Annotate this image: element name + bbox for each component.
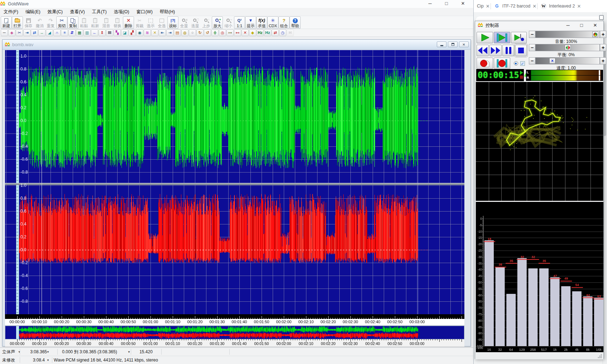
play-from-marker-button[interactable]: [511, 32, 527, 43]
toolbar-button-zoom-in[interactable]: +放大: [212, 16, 223, 29]
resize-grip[interactable]: [598, 354, 602, 358]
speed-plus-button[interactable]: +: [600, 57, 606, 64]
wave-minimize-button[interactable]: [437, 42, 446, 47]
balance-slider[interactable]: [535, 44, 600, 51]
effect-button-color-diamond[interactable]: ◆: [249, 29, 256, 36]
toolbar-button-paste[interactable]: 粘贴: [78, 16, 90, 29]
effect-button-mixer[interactable]: ▦: [76, 29, 83, 36]
speed-minus-button[interactable]: −: [529, 57, 535, 64]
volume-slider-thumb[interactable]: [592, 31, 598, 37]
toolbar-button-redo[interactable]: ↷重复: [45, 16, 56, 29]
effect-button-parametric-eq[interactable]: ▥: [83, 29, 91, 36]
effect-button-clock[interactable]: ◷: [279, 29, 286, 36]
toolbar-button-set-marker[interactable]: |?|设标: [167, 16, 178, 29]
toolbar-button-copy[interactable]: 复制: [67, 16, 78, 29]
toolbar-button-zoom-selection[interactable]: □选显: [190, 16, 201, 29]
effect-button-target-alert[interactable]: ◎: [219, 29, 226, 36]
effect-button-mechanize[interactable]: ✂: [16, 29, 23, 36]
effect-button-offset[interactable]: ↔: [38, 29, 46, 36]
length-dropdown[interactable]: ▼: [44, 348, 49, 356]
record-new-button[interactable]: [477, 58, 493, 69]
effect-button-rainbow-stack[interactable]: ≋: [144, 29, 151, 36]
toolbar-button-cdx[interactable]: ✳CDX: [267, 16, 278, 29]
effect-button-shift-right[interactable]: ⇥: [166, 29, 173, 36]
controller-minimize-button[interactable]: ─: [561, 21, 575, 30]
record-button[interactable]: [494, 58, 510, 69]
effect-button-equalizer-bars[interactable]: Ⅲ: [106, 29, 113, 36]
wave-close-button[interactable]: ✕: [459, 42, 469, 47]
effect-button-film-strip[interactable]: ▤: [174, 29, 181, 36]
effect-button-hz-play[interactable]: Hz: [257, 29, 264, 36]
toolbar-button-mix[interactable]: 混音: [101, 16, 112, 29]
zoom-dropdown[interactable]: ▼: [44, 356, 49, 364]
toolbar-button-hint[interactable]: ▼提示: [245, 16, 256, 29]
menu-item-1[interactable]: 文件(F): [0, 8, 22, 16]
menu-item-7[interactable]: 窗口(W): [133, 8, 156, 16]
menu-item-3[interactable]: 效果(C): [44, 8, 66, 16]
waveform-display[interactable]: [5, 50, 464, 346]
effect-button-play-to-end[interactable]: ⇥: [23, 29, 30, 36]
balance-minus-button[interactable]: −: [529, 44, 535, 51]
minimize-button[interactable]: ─: [422, 0, 438, 8]
tab-close-icon[interactable]: ✕: [577, 4, 581, 9]
toolbar-button-zoom-out[interactable]: −缩小: [223, 16, 234, 29]
selection-dropdown[interactable]: ▼: [125, 348, 130, 356]
effect-button-rotate-cw[interactable]: ↻: [196, 29, 204, 36]
toolbar-button-trim[interactable]: ✂剪裁: [134, 16, 145, 29]
tab-close-icon[interactable]: ✕: [532, 4, 536, 9]
controller-maximize-button[interactable]: □: [575, 21, 588, 30]
record-option-checkbox[interactable]: ✓: [520, 61, 525, 66]
effect-button-coin-gray[interactable]: ○: [189, 29, 196, 36]
toolbar-button-select-all[interactable]: 全选: [156, 16, 167, 29]
pause-button[interactable]: [502, 45, 514, 56]
volume-plus-button[interactable]: +: [600, 31, 606, 38]
stop-button[interactable]: [515, 45, 527, 56]
effect-button-exchange[interactable]: ⇄: [31, 29, 38, 36]
toolbar-button-delete-x[interactable]: ✕删除: [123, 16, 134, 29]
effect-button-node-link1[interactable]: ⊶: [226, 29, 234, 36]
toolbar-button-zoom-previous[interactable]: ↑上步: [201, 16, 212, 29]
toolbar-button-save-floppy[interactable]: 保存: [23, 16, 34, 29]
toolbar-button-zoom-1-1[interactable]: Q¹1:1: [234, 16, 245, 29]
close-button[interactable]: ✕: [455, 0, 471, 8]
controller-close-button[interactable]: ✕: [588, 21, 602, 30]
effect-button-xy-graph[interactable]: ▚: [114, 29, 121, 36]
menu-item-2[interactable]: 编辑(E): [22, 8, 44, 16]
effect-button-stretch[interactable]: ⇕: [99, 29, 106, 36]
toolbar-button-show-selection[interactable]: 选示: [145, 16, 156, 29]
effect-button-shift-left[interactable]: ⇤: [159, 29, 166, 36]
menu-item-6[interactable]: 选项(O): [110, 8, 133, 16]
effect-button-coin-q[interactable]: ◍: [181, 29, 188, 36]
effect-button-stereo-eye[interactable]: ◉: [136, 29, 143, 36]
effect-button-filter-curve[interactable]: ◪: [121, 29, 128, 36]
effect-button-flange[interactable]: ✳: [61, 29, 68, 36]
record-mode-radio[interactable]: [514, 61, 518, 65]
browser-tab-3[interactable]: WInterleaved 2✕: [537, 0, 582, 12]
play-button[interactable]: [477, 32, 493, 43]
effect-button-rotate-ccw[interactable]: ↺: [204, 29, 211, 36]
effect-button-level-eq[interactable]: ≑: [211, 29, 219, 36]
tab-close-icon[interactable]: ✕: [486, 4, 490, 9]
volume-slider[interactable]: [535, 31, 600, 38]
rewind-button[interactable]: [477, 45, 489, 56]
toolbar-button-replace[interactable]: 替换: [112, 16, 123, 29]
menu-item-5[interactable]: 工具(T): [89, 8, 110, 16]
menu-item-4[interactable]: 查看(V): [66, 8, 89, 16]
effect-button-red-x[interactable]: ✕: [242, 29, 249, 36]
effect-button-spark-x[interactable]: ✕: [151, 29, 158, 36]
effect-button-hz-wave[interactable]: Hz: [264, 29, 271, 36]
speed-slider[interactable]: ×: [535, 57, 600, 64]
effect-button-arrow-left[interactable]: ←: [91, 29, 98, 36]
effect-button-swap-channels[interactable]: ⇄: [272, 29, 279, 36]
effect-button-doppler[interactable]: ◈: [8, 29, 15, 36]
toolbar-button-expression[interactable]: f(x)求值: [256, 16, 267, 29]
fast-forward-button[interactable]: [489, 45, 502, 56]
effect-button-node-link2[interactable]: ⊷: [234, 29, 241, 36]
wave-restore-button[interactable]: [448, 42, 458, 47]
toolbar-button-undo[interactable]: ↶撤消: [34, 16, 45, 29]
toolbar-button-preset[interactable]: ?组合: [278, 16, 290, 29]
effect-button-noise-graph[interactable]: ▞: [129, 29, 136, 36]
effect-button-pitch[interactable]: ⇵: [68, 29, 76, 36]
balance-slider-thumb[interactable]: [565, 45, 571, 50]
effect-button-flat-line[interactable]: ─: [1, 29, 8, 36]
